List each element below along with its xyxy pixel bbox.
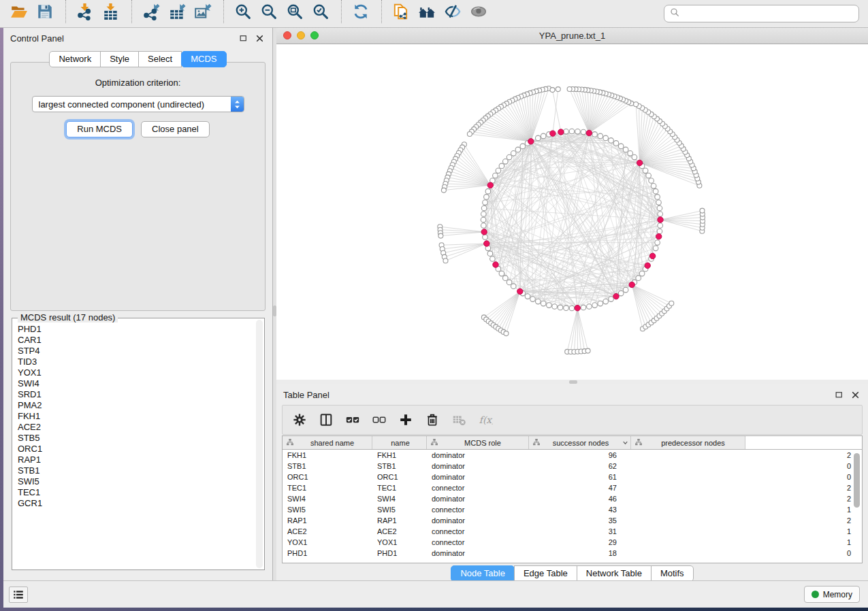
tab-edge-table[interactable]: Edge Table bbox=[514, 565, 577, 582]
network-graph[interactable] bbox=[276, 44, 868, 380]
close-panel-button[interactable]: Close panel bbox=[141, 121, 210, 137]
refresh-view-button[interactable] bbox=[351, 1, 372, 22]
list-icon bbox=[12, 589, 25, 601]
mcds-result-item[interactable]: PMA2 bbox=[13, 400, 255, 411]
tab-network-table[interactable]: Network Table bbox=[577, 565, 652, 582]
tab-motifs[interactable]: Motifs bbox=[651, 565, 694, 582]
import-network-button[interactable] bbox=[76, 1, 96, 22]
show-all-button[interactable] bbox=[469, 1, 489, 22]
table-cell: 1 bbox=[631, 527, 862, 535]
column-header-predecessor-nodes[interactable]: predecessor nodes bbox=[631, 436, 745, 449]
column-header-mcds-role[interactable]: MCDS role bbox=[427, 436, 529, 449]
table-cell: SWI5 bbox=[372, 506, 427, 514]
table-row[interactable]: SWI4SWI4dominator462 bbox=[283, 493, 862, 504]
table-row[interactable]: FKH1FKH1dominator962 bbox=[283, 450, 862, 461]
table-cell: 47 bbox=[529, 484, 631, 492]
mcds-result-item[interactable]: CAR1 bbox=[13, 335, 255, 346]
mcds-result-item[interactable]: STB1 bbox=[13, 465, 255, 476]
mcds-result-item[interactable]: YOX1 bbox=[13, 367, 255, 378]
header-filler bbox=[745, 436, 862, 449]
float-table-panel-icon[interactable] bbox=[835, 390, 845, 400]
float-panel-icon[interactable] bbox=[239, 33, 249, 44]
tab-network[interactable]: Network bbox=[49, 51, 101, 67]
import-table-button[interactable] bbox=[101, 1, 122, 22]
mcds-result-item[interactable]: PHD1 bbox=[13, 324, 255, 335]
table-scrollbar[interactable] bbox=[853, 450, 861, 561]
tab-node-table[interactable]: Node Table bbox=[451, 565, 515, 582]
table-cell: YOX1 bbox=[372, 538, 427, 546]
zoom-selected-button[interactable] bbox=[311, 1, 332, 22]
deselect-all-checkbox-button[interactable] bbox=[370, 411, 388, 429]
mcds-result-item[interactable]: STB5 bbox=[13, 433, 255, 444]
zoom-fit-button[interactable] bbox=[285, 1, 306, 22]
mcds-result-item[interactable]: GCR1 bbox=[13, 498, 255, 509]
first-neighbors-button[interactable] bbox=[417, 1, 438, 22]
table-cell: 2 bbox=[631, 484, 862, 492]
table-row[interactable]: RAP1RAP1dominator352 bbox=[283, 515, 862, 526]
table-row[interactable]: STB1STB1dominator620 bbox=[283, 461, 862, 472]
tab-style[interactable]: Style bbox=[100, 51, 139, 67]
search-input[interactable] bbox=[680, 7, 858, 20]
mcds-result-item[interactable]: SWI4 bbox=[13, 378, 255, 389]
horizontal-splitter[interactable] bbox=[276, 380, 868, 384]
result-scrollbar[interactable] bbox=[256, 320, 263, 568]
tab-select[interactable]: Select bbox=[138, 51, 182, 67]
column-header-successor-nodes[interactable]: successor nodes bbox=[529, 436, 631, 449]
table-row[interactable]: YOX1YOX1connector291 bbox=[283, 537, 862, 548]
search-box[interactable] bbox=[664, 5, 859, 22]
mcds-result-item[interactable]: RAP1 bbox=[13, 455, 255, 465]
table-row[interactable]: SWI5SWI5connector431 bbox=[283, 504, 862, 515]
table-row[interactable]: TEC1TEC1connector472 bbox=[283, 482, 862, 493]
toolbar-group bbox=[131, 0, 223, 23]
open-file-button[interactable] bbox=[10, 1, 30, 22]
memory-button[interactable]: Memory bbox=[804, 586, 860, 603]
select-all-checkbox-button[interactable] bbox=[344, 411, 361, 429]
run-mcds-button[interactable]: Run MCDS bbox=[66, 121, 133, 137]
column-header-shared-name[interactable]: shared name bbox=[283, 436, 372, 449]
criterion-select[interactable]: largest connected component (undirected) bbox=[32, 96, 244, 112]
close-panel-icon[interactable] bbox=[255, 33, 266, 44]
export-table-button[interactable] bbox=[167, 1, 188, 22]
zoom-out-button[interactable] bbox=[259, 1, 280, 22]
table-cell: 43 bbox=[529, 506, 631, 514]
toolbar-group bbox=[381, 0, 499, 23]
tab-mcds[interactable]: MCDS bbox=[181, 51, 226, 67]
column-header-name[interactable]: name bbox=[372, 436, 427, 449]
desktop: Control Panel Network Style Select MCDS … bbox=[0, 0, 868, 611]
settings-button[interactable] bbox=[291, 411, 308, 429]
clone-network-button[interactable] bbox=[391, 1, 412, 22]
table-row[interactable]: ORC1ORC1dominator610 bbox=[283, 472, 862, 482]
table-cell: FKH1 bbox=[372, 451, 427, 459]
node-table: shared name name MCDS role successor nod… bbox=[282, 435, 863, 563]
task-history-button[interactable] bbox=[9, 587, 28, 603]
table-cell: dominator bbox=[427, 462, 529, 470]
export-network-button[interactable] bbox=[142, 1, 162, 22]
mcds-result-item[interactable]: ACE2 bbox=[13, 422, 255, 433]
save-session-button[interactable] bbox=[35, 1, 56, 22]
mcds-result-item[interactable]: ORC1 bbox=[13, 444, 255, 455]
mcds-result-item[interactable]: FKH1 bbox=[13, 411, 255, 422]
mcds-result-item[interactable]: TEC1 bbox=[13, 487, 255, 498]
hide-selected-button[interactable] bbox=[443, 1, 464, 22]
show-columns-button[interactable] bbox=[317, 411, 335, 429]
close-table-panel-icon[interactable] bbox=[851, 390, 861, 400]
table-cell: 2 bbox=[631, 495, 862, 503]
mcds-result-item[interactable]: TID3 bbox=[13, 357, 255, 367]
delete-column-button[interactable] bbox=[423, 411, 441, 429]
table-row[interactable]: ACE2ACE2connector311 bbox=[283, 526, 862, 537]
export-image-button[interactable] bbox=[193, 1, 214, 22]
table-panel: Table Panel f(x) shared name name MCDS r… bbox=[276, 384, 868, 580]
control-panel-tabs: Network Style Select MCDS bbox=[3, 51, 272, 67]
add-column-button[interactable] bbox=[397, 411, 415, 429]
mcds-result-item[interactable]: STP4 bbox=[13, 346, 255, 357]
mcds-result-list[interactable]: PHD1CAR1STP4TID3YOX1SWI4SRD1PMA2FKH1ACE2… bbox=[13, 324, 255, 569]
minimize-window-icon[interactable] bbox=[297, 31, 305, 39]
table-row[interactable]: PHD1PHD1dominator180 bbox=[283, 548, 862, 559]
close-window-icon[interactable] bbox=[283, 31, 291, 39]
zoom-in-button[interactable] bbox=[234, 1, 254, 22]
maximize-window-icon[interactable] bbox=[310, 31, 319, 39]
network-canvas[interactable] bbox=[276, 44, 868, 380]
network-window-titlebar[interactable]: YPA_prune.txt_1 bbox=[276, 28, 868, 44]
mcds-result-item[interactable]: SWI5 bbox=[13, 476, 255, 487]
mcds-result-item[interactable]: SRD1 bbox=[13, 389, 255, 400]
